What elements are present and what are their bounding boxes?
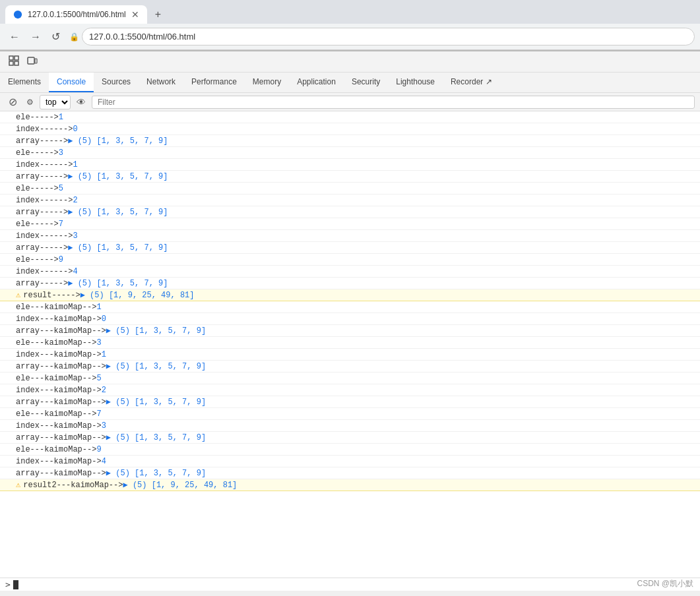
console-label: array----->	[16, 172, 68, 181]
tab-lighthouse[interactable]: Lighthouse	[388, 73, 443, 92]
console-settings-button[interactable]: ⚙	[23, 95, 37, 109]
console-prompt: >	[5, 580, 11, 589]
console-value[interactable]: ▶ (5) [1, 3, 5, 7, 9]	[106, 432, 206, 442]
console-value[interactable]: ▶ (5) [1, 3, 5, 7, 9]	[68, 243, 168, 253]
secure-icon: 🔒	[69, 32, 79, 42]
console-value[interactable]: 3	[102, 421, 106, 431]
tab-close-button[interactable]: ✕	[131, 9, 139, 20]
console-value[interactable]: 5	[59, 184, 63, 193]
warning-icon: ⚠	[16, 480, 20, 490]
tab-sources[interactable]: Sources	[94, 73, 139, 92]
tab-console[interactable]: Console	[49, 73, 94, 92]
forward-button[interactable]: →	[26, 28, 45, 45]
console-value[interactable]: ▶ (5) [1, 3, 5, 7, 9]	[68, 136, 168, 146]
devtools-tabs: Elements Console Sources Network Perform…	[0, 73, 700, 93]
console-line: index------> 3	[0, 230, 700, 242]
filter-input[interactable]	[92, 96, 695, 109]
console-line: ele-----> 3	[0, 147, 700, 159]
tab-application[interactable]: Application	[289, 73, 344, 92]
console-label: ele----->	[16, 184, 59, 193]
console-line: array-----> ▶ (5) [1, 3, 5, 7, 9]	[0, 206, 700, 218]
console-label: ele----->	[16, 113, 59, 122]
console-value[interactable]: ▶ (5) [1, 3, 5, 7, 9]	[68, 207, 168, 217]
inspect-element-button[interactable]	[5, 53, 22, 71]
watermark: CSDN @凯小默	[637, 578, 693, 589]
console-value[interactable]: 9	[96, 445, 101, 454]
svg-rect-6	[35, 59, 37, 63]
console-line: array-----> ▶ (5) [1, 3, 5, 7, 9]	[0, 135, 700, 147]
clear-console-button[interactable]: ⊘	[5, 93, 20, 111]
console-value[interactable]: 1	[102, 350, 106, 359]
console-label: array---kaimoMap-->	[16, 398, 106, 407]
console-value[interactable]: ▶ (5) [1, 9, 25, 49, 81]	[123, 480, 237, 490]
console-line: index---kaimoMap-> 2	[0, 384, 700, 396]
tab-security[interactable]: Security	[344, 73, 388, 92]
console-value[interactable]: ▶ (5) [1, 3, 5, 7, 9]	[106, 397, 206, 407]
console-label: result----->	[23, 291, 80, 300]
console-value[interactable]: 2	[73, 196, 77, 205]
console-value[interactable]: 1	[73, 160, 77, 169]
address-bar[interactable]	[82, 28, 695, 45]
console-value[interactable]: ▶ (5) [1, 3, 5, 7, 9]	[68, 278, 168, 288]
console-value[interactable]: 0	[102, 314, 106, 324]
svg-rect-1	[9, 56, 13, 60]
tab-memory[interactable]: Memory	[245, 73, 289, 92]
console-label: ele---kaimoMap-->	[16, 338, 96, 347]
console-value[interactable]: 7	[59, 220, 63, 229]
console-label: index---kaimoMap->	[16, 421, 102, 431]
console-value[interactable]: ▶ (5) [1, 3, 5, 7, 9]	[68, 171, 168, 181]
console-line: ele---kaimoMap--> 5	[0, 372, 700, 384]
tab-performance[interactable]: Performance	[183, 73, 245, 92]
console-value[interactable]: 3	[73, 231, 77, 241]
console-label: array----->	[16, 279, 68, 288]
svg-rect-2	[15, 56, 18, 60]
console-value[interactable]: 1	[59, 113, 63, 122]
reload-button[interactable]: ↺	[48, 28, 64, 45]
console-value[interactable]: 4	[73, 267, 77, 276]
browser-window: 127.0.0.1:5500/html/06.html ✕ + ← → ↺ 🔒 …	[0, 0, 700, 591]
svg-rect-5	[28, 57, 34, 64]
console-label: index---kaimoMap->	[16, 457, 102, 466]
console-label: ele----->	[16, 255, 59, 264]
console-line: array-----> ▶ (5) [1, 3, 5, 7, 9]	[0, 278, 700, 289]
console-label: array---kaimoMap-->	[16, 362, 106, 371]
console-label: index---kaimoMap->	[16, 350, 102, 359]
console-value[interactable]: 4	[102, 457, 106, 466]
console-value[interactable]: 1	[96, 303, 101, 312]
console-value[interactable]: 0	[73, 125, 77, 134]
device-toolbar-button[interactable]	[24, 53, 41, 71]
new-tab-button[interactable]: +	[150, 6, 166, 23]
console-value[interactable]: ▶ (5) [1, 3, 5, 7, 9]	[106, 326, 206, 336]
console-label: array----->	[16, 208, 68, 217]
console-value[interactable]: 2	[102, 386, 106, 395]
console-value[interactable]: ▶ (5) [1, 3, 5, 7, 9]	[106, 361, 206, 371]
tab-network[interactable]: Network	[139, 73, 183, 92]
eye-button[interactable]: 👁	[73, 94, 89, 110]
console-value[interactable]: ▶ (5) [1, 3, 5, 7, 9]	[106, 468, 206, 478]
console-line: index------> 4	[0, 266, 700, 278]
console-value[interactable]: 7	[96, 409, 101, 419]
console-line: array---kaimoMap--> ▶ (5) [1, 3, 5, 7, 9…	[0, 396, 700, 408]
console-line: ele---kaimoMap--> 7	[0, 408, 700, 420]
tab-bar: 127.0.0.1:5500/html/06.html ✕ +	[0, 0, 700, 24]
console-label: index------>	[16, 160, 73, 169]
console-line: array---kaimoMap--> ▶ (5) [1, 3, 5, 7, 9…	[0, 432, 700, 444]
console-line: array-----> ▶ (5) [1, 3, 5, 7, 9]	[0, 242, 700, 254]
back-button[interactable]: ←	[5, 28, 24, 45]
console-value[interactable]: 5	[96, 374, 101, 383]
console-label: ele----->	[16, 220, 59, 229]
console-output: ele-----> 1index------> 0array-----> ▶ (…	[0, 111, 700, 578]
console-label: array----->	[16, 136, 68, 146]
context-selector[interactable]: top	[40, 95, 71, 109]
console-line: ele---kaimoMap--> 9	[0, 444, 700, 456]
console-value[interactable]: 3	[59, 148, 63, 158]
active-tab[interactable]: 127.0.0.1:5500/html/06.html ✕	[5, 5, 147, 24]
console-value[interactable]: 9	[59, 255, 63, 264]
console-value[interactable]: ▶ (5) [1, 9, 25, 49, 81]	[80, 290, 195, 300]
tab-elements[interactable]: Elements	[0, 73, 49, 92]
console-value[interactable]: 3	[96, 338, 101, 347]
console-label: ele---kaimoMap-->	[16, 374, 96, 383]
tab-recorder[interactable]: Recorder ↗	[443, 73, 500, 92]
svg-rect-4	[15, 61, 18, 65]
console-label: index------>	[16, 231, 73, 241]
